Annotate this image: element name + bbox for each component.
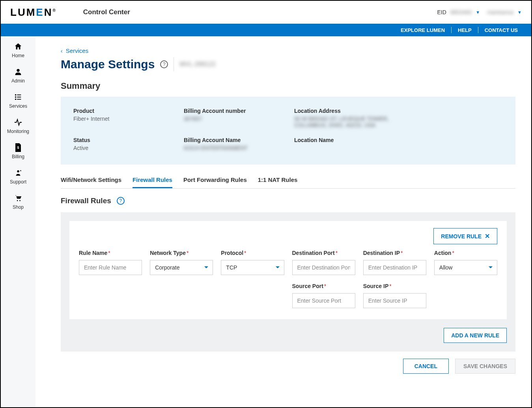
nav-help[interactable]: HELP bbox=[452, 27, 478, 33]
svg-point-5 bbox=[15, 99, 17, 100]
sidebar-item-admin[interactable]: Admin bbox=[11, 67, 25, 84]
gear-user-icon bbox=[13, 168, 23, 178]
sidebar-item-billing[interactable]: $ Billing bbox=[12, 143, 24, 159]
tab-firewall-rules[interactable]: Firewall Rules bbox=[133, 173, 172, 188]
dest-port-input[interactable] bbox=[292, 260, 355, 275]
remove-rule-label: REMOVE RULE bbox=[441, 233, 482, 240]
action-select[interactable] bbox=[434, 260, 497, 275]
sidebar-item-label: Home bbox=[12, 53, 24, 58]
svg-rect-2 bbox=[17, 95, 21, 95]
summary-product-label: Product bbox=[73, 108, 184, 114]
tabs: Wifi/Network Settings Firewall Rules Por… bbox=[61, 173, 515, 189]
remove-rule-button[interactable]: REMOVE RULE ✕ bbox=[433, 228, 497, 244]
activity-icon bbox=[13, 118, 23, 127]
dest-ip-input[interactable] bbox=[363, 260, 426, 275]
sidebar-item-support[interactable]: Support bbox=[10, 168, 26, 185]
page-title: Manage Settings bbox=[61, 58, 155, 71]
svg-rect-6 bbox=[17, 99, 21, 100]
sidebar: Home Admin Services Monitoring $ Billing… bbox=[1, 36, 35, 407]
src-port-label: Source Port* bbox=[292, 283, 355, 289]
eid-label: EID bbox=[437, 9, 446, 15]
rules-container: REMOVE RULE ✕ Rule Name* Network Type* P… bbox=[61, 212, 515, 352]
main-content: ‹ Services Manage Settings ? MVL-288122 … bbox=[35, 36, 531, 407]
breadcrumb[interactable]: ‹ Services bbox=[61, 47, 515, 54]
svg-point-9 bbox=[17, 200, 18, 201]
chevron-down-icon[interactable]: ▼ bbox=[476, 10, 480, 15]
app-title: Control Center bbox=[83, 8, 130, 16]
summary-locaddr-value2: COLUMBUS, OHIO, 43215, USA bbox=[294, 122, 503, 128]
svg-rect-4 bbox=[17, 97, 21, 97]
sidebar-item-services[interactable]: Services bbox=[9, 92, 27, 109]
cart-icon bbox=[13, 193, 23, 203]
svg-point-8 bbox=[17, 170, 19, 173]
sidebar-item-label: Support bbox=[10, 179, 26, 185]
protocol-label: Protocol* bbox=[221, 250, 284, 256]
home-icon bbox=[13, 42, 23, 51]
sidebar-item-label: Monitoring bbox=[7, 129, 29, 134]
tab-nat-rules[interactable]: 1:1 NAT Rules bbox=[258, 173, 298, 188]
section-title: Firewall Rules bbox=[61, 197, 111, 205]
chevron-left-icon: ‹ bbox=[61, 48, 63, 54]
sidebar-item-label: Shop bbox=[13, 204, 24, 210]
tab-wifi-network-settings[interactable]: Wifi/Network Settings bbox=[61, 173, 121, 188]
rule-name-input[interactable] bbox=[79, 260, 142, 275]
summary-baname-value: KOCH ENTERTAINMENT bbox=[184, 145, 294, 151]
header-bar: LUMEN® Control Center EID 8853483 ▼ mart… bbox=[1, 1, 531, 24]
svg-point-1 bbox=[15, 94, 17, 96]
network-type-label: Network Type* bbox=[150, 250, 213, 256]
src-ip-input[interactable] bbox=[363, 293, 426, 308]
network-type-select[interactable] bbox=[150, 260, 213, 275]
username: marteanna bbox=[487, 9, 513, 15]
nav-explore-lumen[interactable]: EXPLORE LUMEN bbox=[394, 27, 451, 33]
help-icon[interactable]: ? bbox=[117, 197, 125, 205]
tab-port-forwarding-rules[interactable]: Port Forwarding Rules bbox=[183, 173, 247, 188]
summary-baname-label: Billing Account Name bbox=[184, 137, 294, 143]
summary-locaddr-value1: 50 W BROAD ST, LEVEQUE TOWER, bbox=[294, 116, 503, 122]
sidebar-item-monitoring[interactable]: Monitoring bbox=[7, 118, 29, 134]
summary-card: Product Fiber+ Internet Billing Account … bbox=[61, 97, 515, 165]
close-icon: ✕ bbox=[485, 232, 490, 240]
user-icon bbox=[13, 67, 23, 77]
dest-ip-label: Destination IP* bbox=[363, 250, 426, 256]
rule-name-label: Rule Name* bbox=[79, 250, 142, 256]
sidebar-item-label: Services bbox=[9, 103, 27, 109]
dest-port-label: Destination Port* bbox=[292, 250, 355, 256]
summary-ban-value: 307857 bbox=[184, 116, 294, 122]
src-ip-label: Source IP* bbox=[363, 283, 426, 289]
add-rule-button[interactable]: ADD A NEW RULE bbox=[444, 328, 507, 343]
eid-value: 8853483 bbox=[450, 9, 472, 15]
chevron-down-icon[interactable]: ▼ bbox=[517, 10, 522, 15]
help-icon[interactable]: ? bbox=[160, 60, 168, 68]
lumen-logo: LUMEN® bbox=[10, 6, 56, 19]
page-subtitle: MVL-288122 bbox=[179, 61, 216, 68]
sidebar-item-shop[interactable]: Shop bbox=[13, 193, 24, 210]
rule-card: REMOVE RULE ✕ Rule Name* Network Type* P… bbox=[69, 221, 507, 319]
src-port-input[interactable] bbox=[292, 293, 355, 308]
protocol-select[interactable] bbox=[221, 260, 284, 275]
summary-locaddr-label: Location Address bbox=[294, 108, 503, 114]
list-icon bbox=[13, 92, 23, 102]
save-changes-button[interactable]: SAVE CHANGES bbox=[455, 359, 515, 374]
summary-product-value: Fiber+ Internet bbox=[73, 116, 184, 122]
sidebar-item-label: Billing bbox=[12, 154, 24, 159]
action-label: Action* bbox=[434, 250, 497, 256]
nav-contact-us[interactable]: CONTACT US bbox=[478, 27, 524, 33]
svg-point-0 bbox=[17, 69, 19, 72]
breadcrumb-label: Services bbox=[66, 47, 89, 54]
summary-ban-label: Billing Account number bbox=[184, 108, 294, 114]
svg-text:$: $ bbox=[17, 146, 19, 150]
svg-point-10 bbox=[19, 200, 21, 201]
summary-status-label: Status bbox=[73, 137, 184, 143]
summary-heading: Summary bbox=[61, 81, 515, 91]
summary-locname-label: Location Name bbox=[294, 137, 503, 143]
sidebar-item-label: Admin bbox=[11, 78, 25, 84]
cancel-button[interactable]: CANCEL bbox=[403, 359, 449, 374]
svg-point-3 bbox=[15, 96, 17, 98]
sidebar-item-home[interactable]: Home bbox=[12, 42, 24, 58]
summary-status-value: Active bbox=[73, 145, 184, 151]
invoice-icon: $ bbox=[13, 143, 23, 152]
utility-nav: EXPLORE LUMEN HELP CONTACT US bbox=[1, 24, 531, 36]
